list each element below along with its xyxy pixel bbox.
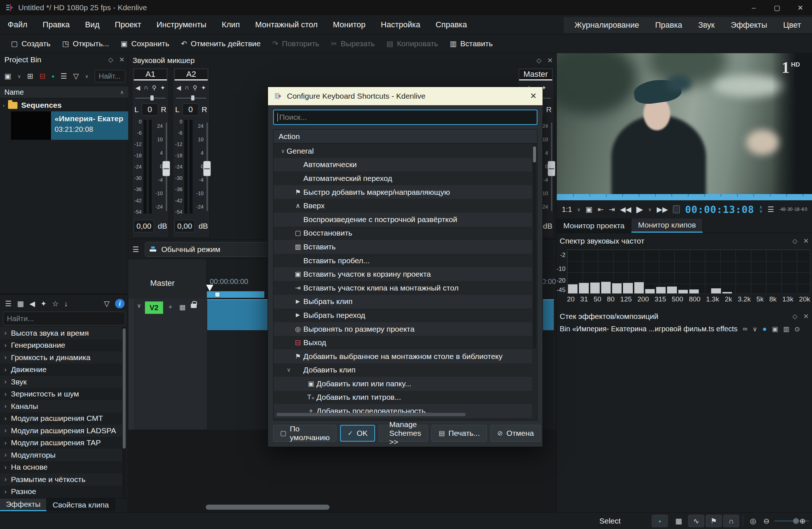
effects-category-row[interactable]: › Генерирование [0,339,124,352]
menu-item[interactable]: Справка [428,20,474,29]
save-effect-icon[interactable]: ▣ [772,325,778,333]
mute-icon[interactable]: ◀ [176,84,181,92]
effects-category-row[interactable]: › Движение [0,364,124,376]
menu-item[interactable]: Вид [77,20,107,29]
close-panel-icon[interactable]: ✕ [803,312,809,320]
info-icon[interactable]: i [115,299,125,308]
layout-tab[interactable]: Цвет [775,20,809,30]
video-effects-icon[interactable]: ▦ [17,299,24,308]
dialog-hscrollbar-thumb[interactable] [276,413,466,416]
expand-icon[interactable]: › [4,451,7,459]
track-effects-icon[interactable]: ✦ [167,303,173,311]
spin-down-icon[interactable]: ∨ [759,209,762,213]
track-label[interactable]: V2 [145,301,163,314]
monitor-icon[interactable]: ∩ [144,84,148,92]
shortcut-row[interactable]: ▣ Добавить клип или папку... [273,377,532,391]
effects-category-row[interactable]: › Модуляторы [0,449,124,461]
close-panel-icon[interactable]: ✕ [803,237,809,245]
dialog-close-icon[interactable]: ✕ [530,91,537,101]
shortcut-row[interactable]: T₊ Добавить клип титров... [273,391,532,404]
expand-icon[interactable]: › [4,439,7,447]
expand-icon[interactable]: › [4,390,7,398]
show-markers-button[interactable]: ⚑ [706,515,722,527]
filter-icon[interactable]: ▽ [73,72,79,80]
float-panel-icon[interactable]: ◇ [792,237,797,245]
bin-clip-row[interactable]: «Империя- Екатер 03:21:20:08 [11,111,128,140]
balance-value[interactable]: 0 [182,103,199,116]
custom-effects-icon[interactable]: ✦ [40,299,47,308]
effect-stack-row[interactable]: Bin «Империя- Екатерина ...игровой фильм… [560,325,810,333]
timeline-hscrollbar[interactable] [206,505,330,510]
dialog-button[interactable]: ⊘ Отмена [490,425,541,442]
expand-icon[interactable]: › [4,342,7,349]
mixer-channel-name[interactable]: Master [519,69,552,80]
db-value[interactable]: 0,00 [134,220,154,232]
shortcut-row[interactable]: ▥ Вставить [273,240,532,254]
color-indicator-icon[interactable]: ● [762,325,767,333]
favorites-icon[interactable]: ☆ [52,299,59,308]
dialog-button[interactable]: ✓ OK [340,425,375,442]
toolbar-button[interactable]: ↷ Повторить [267,36,325,51]
shortcut-row[interactable]: Автоматический переход [273,171,532,185]
shortcut-search-input[interactable]: Поиск... [273,110,537,125]
menu-item[interactable]: Инструменты [149,20,214,29]
expand-icon[interactable]: ∨ [285,367,292,373]
tab-project-monitor[interactable]: Монитор проекта [557,218,631,233]
shortcut-row[interactable]: ▣ Вставить участок в корзину проекта [273,267,532,281]
effects-icon[interactable]: ✦ [160,84,165,92]
eye-icon[interactable]: ⊙ [795,325,800,333]
toolbar-button[interactable]: ▣ Сохранить [115,36,175,51]
float-panel-icon[interactable]: ◇ [108,56,113,64]
toolbar-button[interactable]: ▢ Создать [5,36,56,51]
mark-out-icon[interactable]: ⇥ [609,205,615,214]
shortcut-row[interactable]: Автоматически [273,158,532,172]
layout-tab[interactable]: Звук [690,20,723,30]
shortcut-row[interactable]: ∧ Вверх [273,199,532,213]
tab-effects[interactable]: Эффекты [0,498,47,511]
toolbar-button[interactable]: ↶ Отменить действие [175,36,267,51]
panel-splitter[interactable] [0,293,128,295]
expand-icon[interactable]: › [4,415,7,422]
effects-icon[interactable]: ✦ [201,84,206,92]
expand-icon[interactable]: › [4,475,7,483]
shortcut-row[interactable]: ⚑ Быстро добавить маркер/направляющую [273,185,532,199]
zone-handle[interactable] [215,292,220,297]
play-icon[interactable]: ▶ [636,204,643,214]
filter-dropdown-icon[interactable]: ∨ [85,74,88,79]
add-clip-dropdown-icon[interactable]: ∨ [17,74,21,79]
effects-category-row[interactable]: › Зернистость и шум [0,388,124,400]
dialog-button[interactable]: Manage Schemes >> [379,425,428,442]
tag-filter-button[interactable]: ⬩ [652,515,668,527]
layout-tab[interactable]: Журналирование [567,20,647,30]
play-dropdown-icon[interactable]: ∨ [648,207,652,212]
db-value[interactable]: 0,00 [174,220,195,232]
menu-item[interactable]: Монтажный стол [248,20,326,29]
effects-category-row[interactable]: › Модули расширения LADSPA [0,425,124,437]
zoom-out-button[interactable]: ⊖ [760,515,773,527]
menu-item[interactable]: Монитор [325,20,373,29]
show-audio-thumbnails-button[interactable]: ∿ [688,515,704,527]
collapse-track-icon[interactable]: ∨ [137,302,141,309]
create-folder-icon[interactable]: ⊞ [27,72,33,80]
bin-column-header[interactable]: Name ∧ [0,86,128,98]
expand-icon[interactable]: › [4,329,7,337]
lock-icon[interactable] [191,304,197,308]
bin-folder-row[interactable]: › Sequences [0,99,128,111]
record-icon[interactable]: ⚲ [193,84,197,92]
expand-icon[interactable]: › [4,366,7,374]
effects-category-row[interactable]: › Каналы [0,400,124,412]
maximize-button[interactable]: ▢ [765,0,789,15]
fader-handle[interactable] [162,161,170,176]
mixer-channel-name[interactable]: A2 [174,69,208,80]
toolbar-button[interactable]: ✂ Вырезать [325,36,381,51]
shortcut-row[interactable]: ► Выбрать переход [273,308,532,322]
float-panel-icon[interactable]: ◇ [536,56,541,64]
snap-button[interactable]: ∩ [723,515,739,527]
timecode-spinner[interactable]: ∧ ∨ [759,205,762,213]
toolbar-button[interactable]: ▥ Вставить [444,36,498,51]
fader-handle[interactable] [203,161,211,176]
effects-category-row[interactable]: › Разное [0,486,124,498]
tab-clip-monitor[interactable]: Монитор клипов [631,218,703,233]
expand-icon[interactable]: › [4,354,7,361]
video-track-icon[interactable]: ▦ [179,303,186,311]
